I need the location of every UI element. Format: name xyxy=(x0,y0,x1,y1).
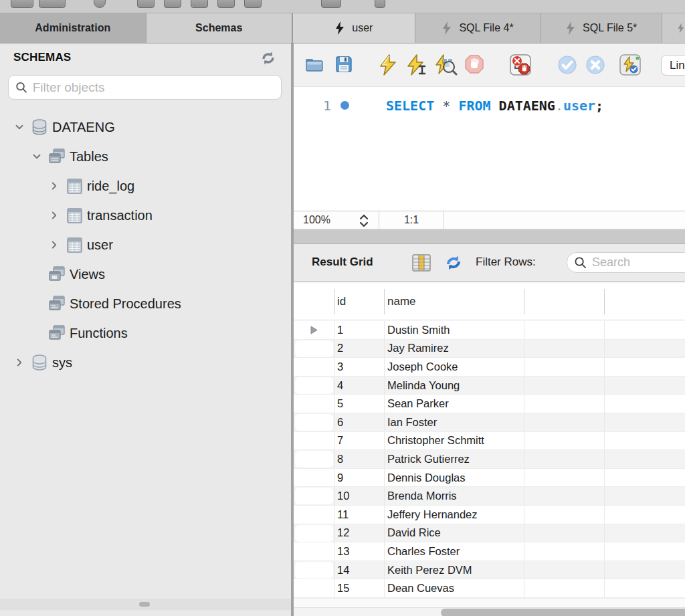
cell-id[interactable]: 6 xyxy=(337,416,343,429)
tab-administration[interactable]: Administration xyxy=(0,13,146,43)
commit-icon[interactable] xyxy=(557,54,578,76)
cell-id[interactable]: 13 xyxy=(337,545,349,558)
cell-name[interactable]: Dennis Douglas xyxy=(387,472,465,484)
tree-item-tables[interactable]: Tables xyxy=(0,142,291,171)
cell-name[interactable]: Sean Parker xyxy=(387,397,449,410)
scrollbar-thumb[interactable] xyxy=(139,602,150,607)
tab-schemas[interactable]: Schemas xyxy=(146,13,293,43)
toolbar-icon-clipped[interactable] xyxy=(39,0,66,8)
cell-name[interactable]: Jay Ramirez xyxy=(387,342,449,354)
tab-sql-file-5[interactable]: SQL File 5* xyxy=(541,13,662,43)
save-icon[interactable] xyxy=(334,54,354,74)
cell-name[interactable]: Melinda Young xyxy=(387,379,460,392)
table-row[interactable]: 5 Sean Parker xyxy=(294,395,685,413)
cell-name[interactable]: Jeffery Hernandez xyxy=(387,508,478,521)
chevron-down-icon[interactable] xyxy=(11,121,28,133)
table-row[interactable]: 3 Joseph Cooke xyxy=(294,358,685,377)
limit-rows-dropdown[interactable]: Lin xyxy=(661,55,685,76)
stop-on-error-toggle-icon[interactable] xyxy=(510,54,531,76)
zoom-level-control[interactable]: 100% xyxy=(294,211,379,229)
tree-item-ride-log[interactable]: ride_log xyxy=(0,171,291,201)
table-row[interactable]: 4 Melinda Young xyxy=(294,377,685,395)
tab-clipped[interactable] xyxy=(662,13,685,43)
cell-id[interactable]: 3 xyxy=(337,361,343,373)
table-row[interactable]: 2 Jay Ramirez xyxy=(294,340,685,358)
tree-item-user[interactable]: user xyxy=(0,230,291,260)
cell-id[interactable]: 14 xyxy=(337,564,349,577)
cell-id[interactable]: 9 xyxy=(337,472,343,484)
table-row[interactable]: 15 Dean Cuevas xyxy=(294,579,685,598)
tab-sql-file-4[interactable]: SQL File 4* xyxy=(415,13,541,43)
rollback-icon[interactable] xyxy=(585,54,606,76)
toolbar-icon-clipped[interactable] xyxy=(375,0,385,8)
pane-splitter[interactable] xyxy=(294,229,685,244)
cell-id[interactable]: 4 xyxy=(337,379,343,392)
schema-filter-field[interactable] xyxy=(8,75,282,100)
toolbar-icon-clipped[interactable] xyxy=(191,0,208,8)
table-row[interactable]: 13 Charles Foster xyxy=(294,542,685,561)
cell-id[interactable]: 1 xyxy=(337,324,343,336)
column-header-name[interactable]: name xyxy=(387,295,416,308)
toolbar-icon-clipped[interactable] xyxy=(244,0,262,8)
cell-name[interactable]: Ian Foster xyxy=(387,416,437,429)
cell-name[interactable]: David Rice xyxy=(387,526,441,539)
cell-name[interactable]: Dustin Smith xyxy=(387,324,450,336)
chevron-right-icon[interactable] xyxy=(11,356,28,369)
tree-item-stored-procedures[interactable]: Stored Procedures xyxy=(0,289,291,318)
cell-name[interactable]: Dean Cuevas xyxy=(387,582,454,595)
explain-plan-icon[interactable] xyxy=(435,54,458,76)
cell-name[interactable]: Keith Perez DVM xyxy=(387,564,472,577)
cell-id[interactable]: 11 xyxy=(337,508,349,521)
refresh-schemas-icon[interactable] xyxy=(260,50,276,66)
sidebar-horizontal-scrollbar[interactable] xyxy=(0,599,292,610)
tree-item-views[interactable]: Views xyxy=(0,260,291,289)
cell-name[interactable]: Charles Foster xyxy=(387,545,460,558)
tree-item-transaction[interactable]: transaction xyxy=(0,201,291,230)
table-row[interactable]: 9 Dennis Douglas xyxy=(294,469,685,488)
chevron-down-icon[interactable] xyxy=(28,150,45,163)
chevron-right-icon[interactable] xyxy=(45,239,63,251)
row-gutter[interactable] xyxy=(295,322,333,338)
filter-rows-search-field[interactable] xyxy=(567,252,685,273)
toolbar-icon-clipped[interactable] xyxy=(94,0,106,8)
table-row[interactable]: 8 Patrick Gutierrez xyxy=(294,450,685,469)
cell-name[interactable]: Joseph Cooke xyxy=(387,361,458,373)
table-row[interactable]: 10 Brenda Morris xyxy=(294,487,685,506)
tree-item-dataeng[interactable]: DATAENG xyxy=(0,112,291,142)
stop-icon[interactable] xyxy=(464,54,484,74)
cell-name[interactable]: Christopher Schmitt xyxy=(387,434,484,447)
cell-id[interactable]: 2 xyxy=(337,342,343,354)
execute-query-icon[interactable] xyxy=(378,54,398,76)
cell-id[interactable]: 15 xyxy=(337,582,349,595)
table-row[interactable]: 1 Dustin Smith xyxy=(294,321,685,340)
toolbar-icon-clipped[interactable] xyxy=(217,0,235,8)
grid-horizontal-scrollbar[interactable] xyxy=(294,607,685,616)
tab-query-user[interactable]: user xyxy=(293,13,415,43)
cell-id[interactable]: 12 xyxy=(337,526,349,539)
toolbar-icon-clipped[interactable] xyxy=(164,0,181,8)
tree-item-sys[interactable]: sys xyxy=(0,348,291,377)
tree-item-functions[interactable]: Functions xyxy=(0,318,291,348)
table-row[interactable]: 7 Christopher Schmitt xyxy=(294,432,685,451)
cell-id[interactable]: 10 xyxy=(337,490,349,502)
table-row[interactable]: 6 Ian Foster xyxy=(294,413,685,432)
chevron-right-icon[interactable] xyxy=(45,180,63,192)
auto-commit-toggle-icon[interactable] xyxy=(619,54,641,76)
toolbar-icon-clipped[interactable] xyxy=(321,0,341,8)
table-row[interactable]: 14 Keith Perez DVM xyxy=(294,561,685,580)
table-row[interactable]: 12 David Rice xyxy=(294,524,685,543)
zoom-stepper-icon[interactable] xyxy=(358,213,370,228)
execute-statement-icon[interactable] xyxy=(407,54,428,76)
open-file-icon[interactable] xyxy=(304,54,324,74)
chevron-right-icon[interactable] xyxy=(45,209,63,221)
cell-id[interactable]: 8 xyxy=(337,453,343,466)
toolbar-icon-clipped[interactable] xyxy=(137,0,155,8)
column-header-id[interactable]: id xyxy=(337,295,346,308)
filter-rows-input[interactable] xyxy=(592,255,679,270)
grid-view-icon[interactable] xyxy=(411,253,431,272)
schema-filter-input[interactable] xyxy=(33,80,274,95)
toolbar-icon-clipped[interactable] xyxy=(11,0,33,8)
table-row[interactable]: 11 Jeffery Hernandez xyxy=(294,506,685,524)
cell-id[interactable]: 7 xyxy=(337,434,343,447)
refresh-grid-icon[interactable] xyxy=(444,253,464,272)
